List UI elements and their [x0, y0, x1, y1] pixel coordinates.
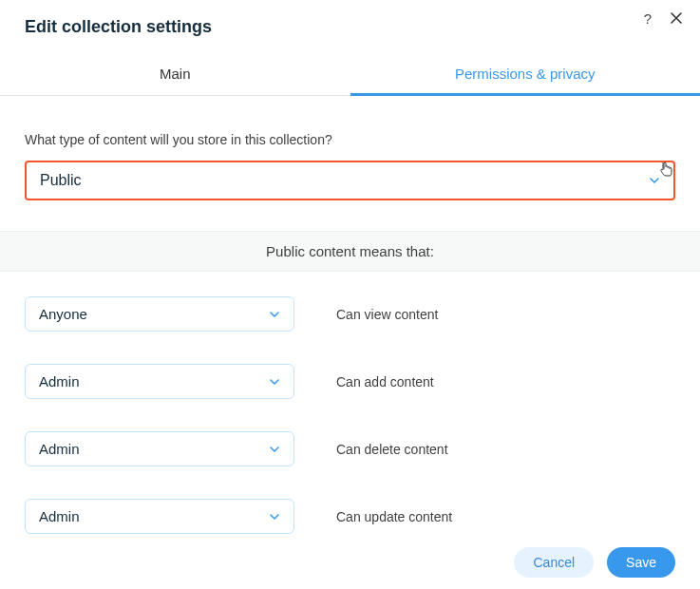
permission-row: Admin Can add content — [25, 364, 675, 399]
tabs: Main Permissions & privacy — [0, 54, 700, 96]
content-type-question: What type of content will you store in t… — [25, 132, 675, 147]
modal-header: Edit collection settings ? — [0, 0, 700, 37]
permission-action-label: Can add content — [336, 374, 434, 390]
permission-role-value: Admin — [39, 441, 80, 457]
permission-role-select-add[interactable]: Admin — [25, 364, 294, 399]
permission-row: Anyone Can view content — [25, 296, 675, 332]
public-content-banner: Public content means that: — [0, 231, 700, 272]
cursor-pointer-icon — [659, 162, 674, 182]
permission-action-label: Can view content — [336, 307, 438, 322]
modal-title: Edit collection settings — [25, 17, 675, 37]
permission-row: Admin Can delete content — [25, 431, 675, 466]
save-button[interactable]: Save — [607, 547, 675, 578]
permission-action-label: Can update content — [336, 509, 452, 524]
content-type-select[interactable]: Public — [25, 161, 675, 200]
permission-role-select-delete[interactable]: Admin — [25, 431, 294, 466]
modal-body: What type of content will you store in t… — [0, 96, 700, 212]
tab-permissions[interactable]: Permissions & privacy — [350, 54, 701, 95]
modal-footer: Cancel Save — [514, 547, 675, 578]
close-icon[interactable] — [668, 10, 685, 27]
permission-role-select-update[interactable]: Admin — [25, 499, 294, 534]
chevron-down-icon — [269, 511, 280, 522]
permissions-list: Anyone Can view content Admin Can add co… — [0, 272, 700, 534]
chevron-down-icon — [269, 309, 280, 320]
cancel-button[interactable]: Cancel — [514, 547, 594, 578]
permission-action-label: Can delete content — [336, 442, 448, 457]
content-type-value: Public — [40, 172, 82, 189]
permission-row: Admin Can update content — [25, 499, 675, 534]
chevron-down-icon — [269, 376, 280, 388]
edit-collection-modal: Edit collection settings ? Main Permissi… — [0, 0, 700, 534]
permission-role-value: Admin — [39, 373, 80, 390]
permission-role-value: Anyone — [39, 306, 87, 322]
tab-main[interactable]: Main — [0, 54, 350, 95]
header-icons: ? — [639, 10, 685, 27]
permission-role-value: Admin — [39, 508, 80, 524]
chevron-down-icon — [269, 444, 280, 455]
help-icon[interactable]: ? — [639, 10, 656, 27]
permission-role-select-view[interactable]: Anyone — [25, 296, 294, 332]
